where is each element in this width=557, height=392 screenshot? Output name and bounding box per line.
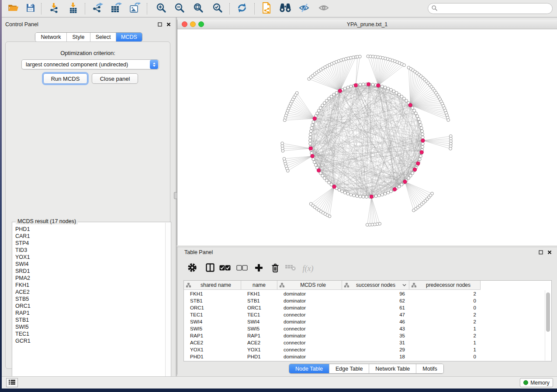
ring-node[interactable] [321, 174, 324, 177]
ring-node[interactable] [343, 87, 346, 90]
import-network-button[interactable] [47, 1, 62, 16]
mcds-result-list[interactable]: PHD1CAR1STP4TID3YOX1SWI4SRD1PMA2FKH1ACE2… [13, 226, 165, 382]
mcds-hub-node[interactable] [370, 195, 373, 198]
mcds-result-item[interactable]: STB1 [13, 316, 165, 323]
first-neighbors-button[interactable] [278, 1, 293, 16]
mcds-result-item[interactable]: SWI5 [13, 323, 165, 330]
table-cell[interactable]: RAP1 [241, 332, 277, 339]
control-tab-network[interactable]: Network [35, 33, 67, 41]
zoom-fit-button[interactable] [191, 1, 206, 16]
table-cell[interactable]: TEC1 [184, 311, 241, 318]
table-row[interactable]: STB1STB1dominator620 [184, 297, 551, 304]
ring-node[interactable] [384, 192, 387, 195]
ring-node[interactable] [421, 136, 424, 139]
table-cell[interactable]: connector [277, 311, 342, 318]
ring-node[interactable] [343, 191, 346, 194]
table-cell[interactable]: 18 [342, 353, 409, 360]
ring-node[interactable] [353, 194, 356, 197]
control-tab-style[interactable]: Style [67, 33, 90, 41]
table-row[interactable]: TEC1TEC1connector472 [184, 311, 551, 318]
leaf-node[interactable] [447, 119, 450, 122]
mcds-hub-node[interactable] [311, 154, 314, 158]
delete-table-button[interactable] [284, 261, 298, 275]
table-cell[interactable]: 46 [342, 318, 409, 325]
ring-node[interactable] [415, 112, 418, 115]
mcds-hub-node[interactable] [408, 103, 412, 107]
delete-column-button[interactable] [268, 261, 282, 275]
leaf-node[interactable] [309, 203, 312, 206]
table-cell[interactable]: connector [277, 346, 342, 353]
ring-node[interactable] [417, 117, 420, 120]
ring-node[interactable] [377, 194, 381, 197]
table-cell[interactable]: ACE2 [184, 339, 241, 346]
close-panel-button[interactable] [166, 21, 172, 28]
column-header-name[interactable]: name [241, 281, 277, 289]
mcds-hub-node[interactable] [313, 117, 316, 120]
table-row[interactable]: SWI5SWI5connector431 [184, 325, 551, 332]
table-cell[interactable]: 31 [342, 339, 409, 346]
new-network-from-selection-button[interactable] [259, 1, 274, 16]
search-input[interactable] [439, 4, 552, 13]
search-field[interactable] [428, 3, 553, 14]
mcds-hub-node[interactable] [393, 188, 396, 191]
zoom-selected-button[interactable] [210, 1, 225, 16]
mcds-hub-node[interactable] [413, 168, 416, 171]
ring-node[interactable] [411, 107, 414, 110]
network-canvas[interactable] [177, 29, 557, 245]
table-tab-edge-table[interactable]: Edge Table [329, 364, 369, 373]
mcds-hub-node[interactable] [317, 168, 321, 172]
mcds-list-scrollbar[interactable] [165, 223, 170, 382]
ring-node[interactable] [381, 85, 384, 88]
mcds-result-item[interactable]: ACE2 [13, 289, 165, 296]
table-cell[interactable]: 96 [342, 290, 409, 297]
mcds-result-item[interactable]: SWI4 [13, 261, 165, 268]
table-cell[interactable]: PHD1 [241, 353, 277, 360]
leaf-node[interactable] [449, 147, 452, 150]
ring-node[interactable] [309, 130, 312, 133]
mcds-hub-node[interactable] [420, 151, 423, 154]
close-panel-action-button[interactable]: Close panel [92, 73, 138, 84]
mcds-hub-node[interactable] [416, 162, 420, 165]
leaf-node[interactable] [281, 142, 284, 145]
table-cell[interactable]: SWI5 [184, 325, 241, 332]
table-cell[interactable]: connector [277, 325, 342, 332]
leaf-node[interactable] [295, 92, 298, 95]
mcds-result-item[interactable]: SRD1 [13, 268, 165, 275]
ring-node[interactable] [374, 195, 377, 198]
float-panel-button[interactable] [157, 21, 163, 28]
ring-node[interactable] [346, 192, 349, 195]
mcds-hub-node[interactable] [367, 83, 370, 86]
ring-node[interactable] [311, 124, 314, 127]
control-tab-select[interactable]: Select [90, 33, 116, 41]
task-history-button[interactable] [6, 378, 18, 387]
ring-node[interactable] [330, 95, 333, 98]
table-cell[interactable]: ORC1 [241, 304, 277, 311]
table-row[interactable]: PHD1PHD1dominator180 [184, 353, 551, 360]
ring-node[interactable] [349, 193, 353, 196]
save-session-button[interactable] [23, 1, 38, 16]
ring-node[interactable] [312, 158, 315, 161]
table-tab-network-table[interactable]: Network Table [369, 364, 416, 373]
table-cell[interactable]: YOX1 [184, 346, 241, 353]
ring-node[interactable] [356, 195, 359, 198]
ring-node[interactable] [312, 120, 315, 124]
ring-node[interactable] [317, 109, 320, 112]
mcds-result-item[interactable]: YOX1 [13, 254, 165, 261]
ring-node[interactable] [309, 139, 312, 142]
table-cell[interactable]: 2 [409, 318, 481, 325]
control-tab-mcds[interactable]: MCDS [116, 33, 142, 41]
ring-node[interactable] [319, 107, 322, 110]
table-cell[interactable]: 1 [409, 339, 481, 346]
select-all-columns-button[interactable] [218, 261, 232, 275]
ring-node[interactable] [362, 195, 365, 198]
table-cell[interactable]: SWI5 [241, 325, 277, 332]
mcds-hub-node[interactable] [377, 84, 380, 87]
table-cell[interactable]: dominator [277, 353, 342, 360]
mcds-result-item[interactable]: RAP1 [13, 309, 165, 316]
show-all-button[interactable] [316, 1, 331, 16]
table-cell[interactable]: dominator [277, 332, 342, 339]
node-table[interactable]: shared namenameMCDS rolesuccessor nodesp… [183, 280, 552, 361]
table-cell[interactable]: YOX1 [241, 346, 277, 353]
ring-node[interactable] [346, 86, 349, 89]
close-table-panel-button[interactable] [547, 249, 553, 255]
